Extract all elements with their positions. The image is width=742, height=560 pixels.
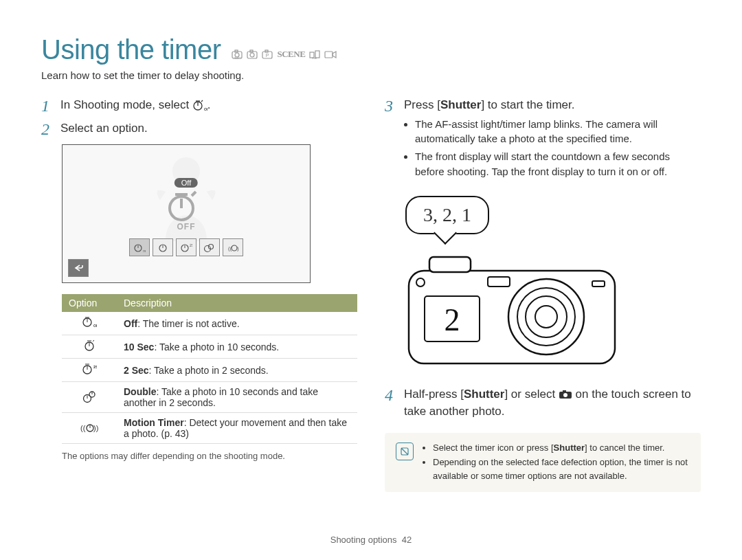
selection-tooltip: Off bbox=[175, 178, 198, 188]
svg-point-66 bbox=[563, 393, 567, 397]
table-row: OFF Off: The timer is not active. bbox=[62, 312, 357, 335]
chip-10s bbox=[153, 238, 173, 256]
step-1-text: In Shooting mode, select OFF. bbox=[60, 96, 211, 114]
step-3-text: Press [Shutter] to start the timer. The … bbox=[404, 96, 701, 189]
dual-icon: DUAL bbox=[309, 49, 320, 59]
svg-rect-55 bbox=[429, 257, 471, 272]
speech-bubble: 3, 2, 1 bbox=[405, 196, 489, 234]
svg-text:)): )) bbox=[93, 424, 98, 432]
svg-text:OFF: OFF bbox=[143, 249, 146, 253]
svg-rect-65 bbox=[563, 390, 566, 392]
step-1-number: 1 bbox=[41, 96, 54, 114]
page-footer: Shooting options 42 bbox=[0, 535, 742, 545]
timer-2s-icon: 2S bbox=[82, 366, 97, 377]
timer-off-icon: OFF bbox=[82, 320, 97, 331]
chip-2s: 2S bbox=[176, 238, 196, 256]
timer-motion-icon: (()) bbox=[80, 425, 98, 436]
svg-text:): ) bbox=[237, 245, 239, 251]
scene-icon: SCENE bbox=[277, 49, 305, 60]
camera-illustration: 3, 2, 1 bbox=[405, 196, 666, 373]
camera-icon bbox=[559, 390, 572, 399]
table-row: 2S 2 Sec: Take a photo in 2 seconds. bbox=[62, 359, 357, 382]
timer-double-icon bbox=[82, 394, 97, 405]
chip-double bbox=[199, 238, 220, 256]
note-box: Select the timer icon or press [Shutter]… bbox=[385, 433, 701, 493]
smart-icon: SMART bbox=[232, 49, 243, 59]
chip-motion: (() bbox=[223, 238, 243, 256]
step-3-bullet: The front display will start the countdo… bbox=[415, 149, 701, 179]
note-bullet: Depending on the selected face defection… bbox=[433, 456, 690, 482]
step-4-text: Half-press [Shutter] or select on the to… bbox=[404, 385, 701, 421]
chip-off: OFF bbox=[129, 238, 150, 256]
page-title: Using the timer bbox=[41, 34, 221, 65]
table-row: Double: Take a photo in 10 seconds and t… bbox=[62, 382, 357, 413]
svg-text:P: P bbox=[266, 53, 269, 58]
page-subtitle: Learn how to set the timer to delay shoo… bbox=[41, 69, 701, 81]
screen-illustration: Off OFF OFF 2S (() bbox=[62, 144, 311, 283]
step-2-text: Select an option. bbox=[60, 120, 148, 137]
mode-icons-row: SMART P SCENE DUAL bbox=[232, 49, 337, 64]
svg-text:OFF: OFF bbox=[93, 324, 97, 328]
options-footnote: The options may differ depending on the … bbox=[62, 451, 357, 461]
note-bullet: Select the timer icon or press [Shutter]… bbox=[433, 441, 690, 455]
th-option: Option bbox=[62, 294, 117, 312]
option-icon-row: OFF 2S (() bbox=[129, 238, 243, 256]
svg-text:2S: 2S bbox=[190, 243, 192, 247]
step-4-number: 4 bbox=[385, 385, 397, 403]
back-button bbox=[68, 259, 89, 277]
camera-outline-icon: 2 bbox=[405, 254, 625, 370]
svg-rect-13 bbox=[325, 52, 333, 58]
left-column: 1 In Shooting mode, select OFF. 2 Select… bbox=[41, 96, 357, 492]
program-icon: P bbox=[262, 49, 273, 59]
step-3-bullet: The AF-assist light/timer lamp blinks. T… bbox=[415, 117, 701, 147]
step-2-number: 2 bbox=[41, 120, 54, 137]
front-display-count: 2 bbox=[445, 302, 460, 337]
timer-off-icon: OFF bbox=[192, 100, 207, 112]
svg-text:((: (( bbox=[80, 424, 86, 432]
big-off-icon: OFF bbox=[166, 190, 207, 232]
table-row: 10 Sec: Take a photo in 10 seconds. bbox=[62, 335, 357, 359]
svg-text:2S: 2S bbox=[93, 365, 97, 369]
note-icon bbox=[396, 443, 414, 460]
svg-point-33 bbox=[232, 245, 237, 251]
svg-text:DUAL: DUAL bbox=[312, 57, 317, 59]
auto-icon bbox=[247, 49, 258, 59]
right-column: 3 Press [Shutter] to start the timer. Th… bbox=[385, 96, 701, 492]
movie-icon bbox=[324, 49, 337, 59]
timer-10s-icon bbox=[83, 343, 95, 354]
step-3-number: 3 bbox=[385, 96, 397, 114]
svg-text:SMART: SMART bbox=[234, 57, 241, 59]
table-row: (()) Motion Timer: Detect your movement … bbox=[62, 413, 357, 444]
th-description: Description bbox=[117, 294, 357, 312]
svg-point-6 bbox=[250, 53, 254, 57]
options-table: Option Description OFF Off: The timer is… bbox=[62, 294, 357, 444]
